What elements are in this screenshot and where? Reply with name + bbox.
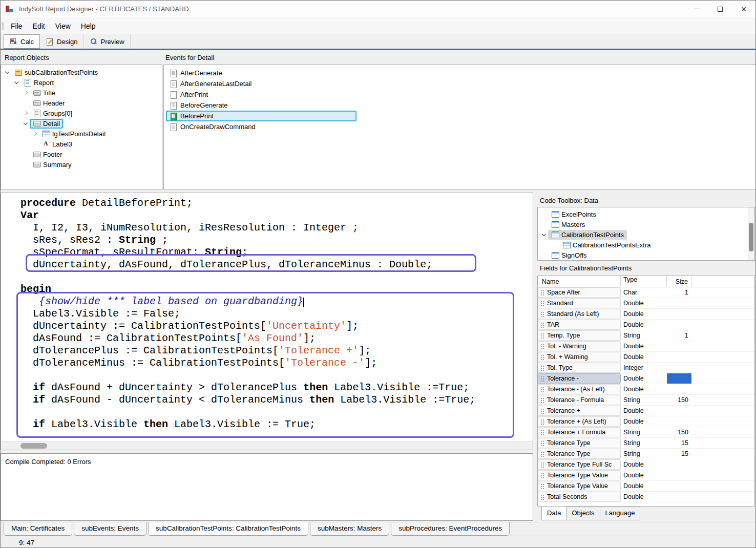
tree-item-subcalibrationtestpoints[interactable]: subCalibrationTestPoints — [1, 67, 162, 77]
chevron-expanded-icon[interactable] — [12, 77, 20, 88]
close-button[interactable]: × — [732, 1, 755, 17]
chevron-collapsed-icon[interactable] — [22, 108, 30, 118]
document-tabs: Main: CertificatessubEvents: EventssubCa… — [1, 522, 755, 536]
page-icon — [170, 80, 178, 88]
doc-tab-main-certificates[interactable]: Main: Certificates — [4, 522, 72, 536]
code-line[interactable]: begin — [20, 283, 533, 296]
code-hscrollbar[interactable] — [1, 441, 533, 450]
code-line[interactable]: if dAsFound + dUncertainty > dToleranceP… — [20, 382, 533, 394]
toolbox-tab-data[interactable]: Data — [541, 507, 566, 520]
field-row-space-after[interactable]: Space AfterChar1 — [538, 287, 754, 298]
code-line[interactable]: if dAsFound - dUncertainty < dToleranceM… — [20, 394, 533, 406]
event-item-afterprint[interactable]: AfterPrint — [166, 89, 212, 100]
event-item-aftergenerate[interactable]: AfterGenerate — [166, 68, 226, 78]
field-row-temp-type[interactable]: Temp. TypeString1 — [538, 330, 754, 341]
doc-tab-submasters-masters[interactable]: subMasters: Masters — [310, 522, 389, 536]
code-line[interactable] — [20, 369, 533, 382]
chevron-spacer — [551, 240, 559, 250]
toolbox-tab-language[interactable]: Language — [600, 507, 641, 520]
event-item-oncreatedrawcommand[interactable]: OnCreateDrawCommand — [166, 121, 259, 132]
toolbox-item-signoffs[interactable]: SignOffs — [538, 250, 754, 260]
chevron-collapsed-icon[interactable] — [22, 88, 30, 98]
tree-item-groups-0[interactable]: Groups[0] — [1, 108, 162, 118]
minimize-button[interactable] — [685, 1, 708, 17]
event-item-beforeprint[interactable]: BeforePrint — [166, 111, 356, 121]
tree-item-summary[interactable]: Summary — [1, 159, 162, 170]
toolbox-item-masters[interactable]: Masters — [538, 219, 754, 229]
code-line[interactable]: dAsFound := CalibrationTestPoints['As Fo… — [20, 332, 533, 345]
tree-item-header[interactable]: Header — [1, 98, 162, 108]
tree-item-report[interactable]: Report — [1, 77, 162, 88]
chevron-expanded-icon[interactable] — [3, 67, 11, 77]
field-row-tolerance-as-left[interactable]: Tolerance + (As Left)Double — [538, 416, 754, 427]
field-row-standard-as-left[interactable]: Standard (As Left)Double — [538, 309, 754, 320]
chevron-collapsed-icon[interactable] — [31, 129, 39, 139]
tree-item-footer[interactable]: Footer — [1, 149, 162, 159]
toolbox-item-excelpoints[interactable]: ExcelPoints — [538, 209, 754, 219]
doc-tab-subevents-events[interactable]: subEvents: Events — [74, 522, 146, 536]
menu-view[interactable]: View — [50, 19, 76, 33]
field-row-tolerance-type-full-sc[interactable]: Tolerance Type Full ScDouble — [538, 459, 754, 470]
code-line[interactable]: dUncertainty := CalibrationTestPoints['U… — [20, 320, 533, 332]
field-row-tolerance-type[interactable]: Tolerance TypeString15 — [538, 438, 754, 449]
toolbox-vscrollbar-thumb[interactable] — [749, 223, 753, 251]
code-line[interactable]: Label3.Visible := False; — [20, 308, 533, 320]
field-row-tol-warning[interactable]: Tol. - WarningDouble — [538, 341, 754, 352]
column-header-size[interactable]: Size — [667, 276, 691, 287]
tree-item-tgtestpointsdetail[interactable]: tgTestPointsDetail — [1, 129, 162, 139]
field-row-tolerance-formula[interactable]: Tolerance - FormulaString150 — [538, 395, 754, 406]
tab-design[interactable]: Design — [40, 34, 83, 49]
menu-help[interactable]: Help — [76, 19, 101, 33]
code-editor[interactable]: procedure DetailBeforePrint;Var I, I2, I… — [1, 193, 533, 441]
toolbox-tab-objects[interactable]: Objects — [566, 507, 600, 520]
field-row-tolerance-formula[interactable]: Tolerance + FormulaString150 — [538, 427, 754, 438]
menu-file[interactable]: File — [6, 19, 28, 33]
tree-item-title[interactable]: Title — [1, 88, 162, 98]
tab-preview[interactable]: Preview — [83, 34, 130, 49]
code-line[interactable]: procedure DetailBeforePrint; — [20, 197, 533, 209]
maximize-button[interactable] — [708, 1, 732, 17]
toolbox-item-calibrationtestpointsextra[interactable]: CalibrationTestPointsExtra — [538, 240, 754, 250]
column-header-name[interactable]: Name — [538, 276, 621, 287]
field-row-tolerance-as-left[interactable]: Tolerance - (As Left)Double — [538, 384, 754, 395]
tree-item-detail[interactable]: Detail — [1, 118, 162, 129]
field-type: Double — [621, 386, 667, 393]
code-line[interactable]: I, I2, I3, iNumResolution, iResResolutio… — [20, 222, 533, 234]
field-row-tolerance-type-value[interactable]: Tolerance Type ValueDouble — [538, 470, 754, 481]
field-row-tolerance[interactable]: Tolerance -Double — [538, 373, 754, 384]
code-line[interactable]: dUncertainty, dAsFound, dTolerancePlus, … — [20, 259, 533, 271]
event-item-beforegenerate[interactable]: BeforeGenerate — [166, 100, 232, 111]
field-row-tolerance-type[interactable]: Tolerance TypeString15 — [538, 449, 754, 459]
menu-edit[interactable]: Edit — [28, 19, 50, 33]
doc-tab-subprocedures-eventprocedures[interactable]: subProcedures: EventProcedures — [391, 522, 510, 536]
code-line[interactable]: sSpecFormat, sResultFormat: String; — [20, 246, 533, 259]
event-item-aftergeneratelastdetail[interactable]: AfterGenerateLastDetail — [166, 78, 255, 89]
tabbar-underline — [1, 49, 755, 50]
code-line[interactable]: {show/hide *** label based on guardbandi… — [20, 296, 533, 308]
chevron-expanded-icon[interactable] — [540, 229, 548, 240]
field-row-tol-warning[interactable]: Tol. + WarningDouble — [538, 352, 754, 363]
field-row-tolerance[interactable]: Tolerance +Double — [538, 406, 754, 416]
column-header-type[interactable]: Type — [621, 276, 667, 287]
field-row-tolerance-type-value[interactable]: Tolerance Type ValueDouble — [538, 481, 754, 492]
field-row-standard[interactable]: StandardDouble — [538, 298, 754, 309]
code-line[interactable]: dToleranceMinus := CalibrationTestPoints… — [20, 357, 533, 369]
code-line[interactable] — [20, 406, 533, 418]
code-line[interactable]: Var — [20, 209, 533, 222]
code-line[interactable]: if Label3.Visible then Label3.Visible :=… — [20, 418, 533, 431]
code-token — [20, 418, 33, 430]
code-line[interactable]: dTolerancePlus := CalibrationTestPoints[… — [20, 345, 533, 357]
field-row-tar[interactable]: TARDouble — [538, 320, 754, 330]
toolbox-item-calibrationtestpoints[interactable]: CalibrationTestPoints — [538, 229, 754, 240]
field-row-tol-type[interactable]: Tol. TypeInteger — [538, 363, 754, 373]
field-size: 1 — [667, 287, 691, 298]
code-line[interactable] — [20, 271, 533, 283]
doc-tab-subcalibrationtestpoints-calibrationtestpoints[interactable]: subCalibrationTestPoints: CalibrationTes… — [148, 522, 308, 536]
tree-item-label3[interactable]: Label3 — [1, 139, 162, 149]
code-line[interactable]: sRes, sRes2 : String ; — [20, 234, 533, 246]
code-lines[interactable]: procedure DetailBeforePrint;Var I, I2, I… — [1, 193, 533, 431]
field-row-total-seconds[interactable]: Total SecondsDouble — [538, 492, 754, 502]
chevron-expanded-icon[interactable] — [22, 118, 30, 129]
code-hscrollbar-thumb[interactable] — [20, 443, 47, 449]
tab-calc[interactable]: Calc — [4, 34, 40, 49]
